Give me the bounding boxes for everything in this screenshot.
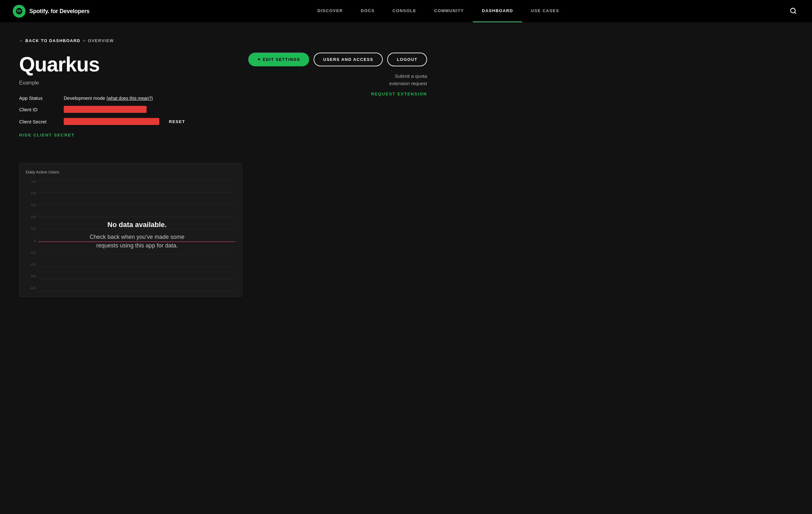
app-title: Quarkus — [19, 53, 185, 76]
app-status-value: Development mode (what does this mean?) — [64, 95, 153, 101]
y-label-4: 0.4 — [26, 215, 38, 219]
no-data-title: No data available. — [88, 221, 186, 229]
spotify-logo[interactable]: Spotify. for Developers — [13, 5, 90, 18]
y-label-10: -0.8 — [26, 286, 38, 290]
breadcrumb-separator: > — [83, 38, 85, 43]
edit-settings-button[interactable]: ✦ EDIT SETTINGS — [248, 53, 309, 66]
gridline-7 — [38, 254, 235, 254]
back-to-dashboard-link[interactable]: ← BACK TO DASHBOARD — [19, 38, 80, 43]
chart-plot: No data available. Check back when you'v… — [38, 180, 235, 291]
breadcrumb-current: OVERVIEW — [88, 38, 114, 43]
nav-item-dashboard[interactable]: DASHBOARD — [473, 0, 522, 22]
gridline-1 — [38, 180, 235, 180]
y-label-2: 0.8 — [26, 191, 38, 195]
chart-title: Daily Active Users — [26, 170, 235, 174]
hide-client-secret-button[interactable]: HIDE CLIENT SECRET — [19, 133, 75, 137]
chart-container: Daily Active Users 1.0 0.8 0.6 0.4 0.2 0… — [19, 163, 242, 297]
y-label-6: 0 — [26, 239, 38, 243]
brand-text: Spotify. for Developers — [29, 8, 90, 15]
nav-item-docs[interactable]: DOCS — [352, 0, 384, 22]
reset-secret-button[interactable]: RESET — [169, 119, 185, 124]
client-id-row: Client ID — [19, 106, 185, 113]
app-info: App Status Development mode (what does t… — [19, 95, 185, 125]
logout-button[interactable]: LOGOUT — [387, 53, 427, 66]
y-label-5: 0.2 — [26, 227, 38, 231]
app-title-section: Quarkus Example App Status Development m… — [19, 53, 185, 153]
users-and-access-button[interactable]: USERS AND ACCESS — [314, 53, 383, 66]
navigation: Spotify. for Developers DISCOVER DOCS CO… — [0, 0, 812, 22]
nav-left: Spotify. for Developers — [13, 5, 90, 18]
breadcrumb: ← BACK TO DASHBOARD > OVERVIEW — [19, 38, 427, 43]
app-header: Quarkus Example App Status Development m… — [19, 53, 427, 153]
no-data-overlay: No data available. Check back when you'v… — [88, 221, 186, 250]
gridline-4 — [38, 217, 235, 217]
gridline-3 — [38, 205, 235, 205]
nav-item-use-cases[interactable]: USE CASES — [522, 0, 568, 22]
client-secret-row: Client Secret RESET — [19, 118, 185, 125]
nav-links: DISCOVER DOCS CONSOLE COMMUNITY DASHBOAR… — [309, 0, 568, 22]
right-column: ✦ EDIT SETTINGS USERS AND ACCESS LOGOUT … — [248, 53, 427, 97]
search-button[interactable] — [787, 5, 799, 18]
y-label-9: -0.6 — [26, 274, 38, 278]
app-status-label: App Status — [19, 95, 57, 101]
spotify-icon — [13, 5, 26, 18]
y-label-3: 0.6 — [26, 203, 38, 207]
request-extension-button[interactable]: REQUEST EXTENSION — [371, 91, 427, 96]
client-secret-value — [64, 118, 160, 125]
app-status-link[interactable]: (what does this mean?) — [107, 96, 153, 101]
nav-item-community[interactable]: COMMUNITY — [425, 0, 473, 22]
client-secret-label: Client Secret — [19, 119, 57, 124]
gridline-2 — [38, 192, 235, 192]
action-buttons: ✦ EDIT SETTINGS USERS AND ACCESS LOGOUT — [248, 53, 427, 66]
svg-line-1 — [794, 12, 796, 13]
no-data-subtitle: Check back when you've made some request… — [88, 233, 186, 250]
client-id-label: Client ID — [19, 107, 57, 112]
quota-section: Submit a quotaextension request REQUEST … — [371, 73, 427, 97]
search-icon — [790, 7, 797, 15]
nav-item-discover[interactable]: DISCOVER — [309, 0, 352, 22]
app-subtitle: Example — [19, 80, 185, 86]
gridline-10 — [38, 291, 235, 292]
client-id-value — [64, 106, 147, 113]
y-label-1: 1.0 — [26, 180, 38, 183]
app-status-row: App Status Development mode (what does t… — [19, 95, 185, 101]
gridline-8 — [38, 266, 235, 267]
gridline-9 — [38, 279, 235, 279]
quota-text: Submit a quotaextension request — [371, 73, 427, 87]
y-label-8: -0.4 — [26, 263, 38, 266]
nav-item-console[interactable]: CONSOLE — [384, 0, 426, 22]
chart-area: 1.0 0.8 0.6 0.4 0.2 0 -0.2 -0.4 -0.6 -0.… — [26, 180, 235, 291]
y-label-7: -0.2 — [26, 251, 38, 254]
chart-y-axis: 1.0 0.8 0.6 0.4 0.2 0 -0.2 -0.4 -0.6 -0.… — [26, 180, 38, 291]
main-content: ← BACK TO DASHBOARD > OVERVIEW Quarkus E… — [0, 0, 446, 316]
